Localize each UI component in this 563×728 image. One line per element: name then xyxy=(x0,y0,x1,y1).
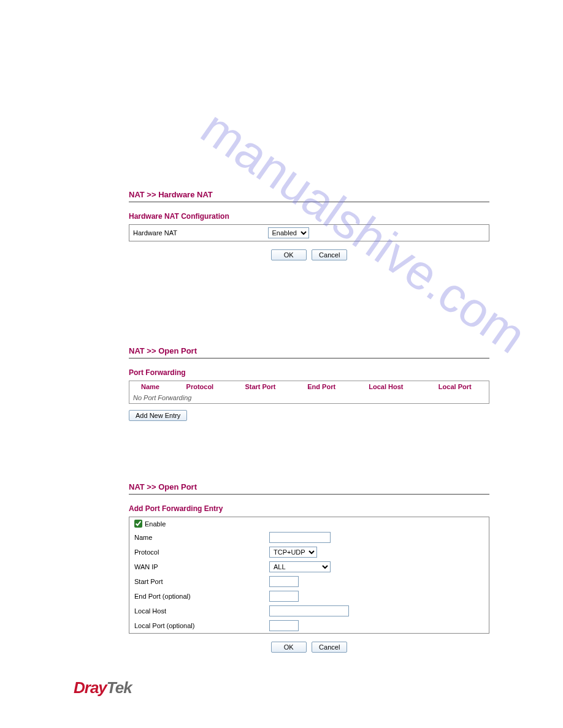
protocol-label: Protocol xyxy=(134,548,269,556)
cancel-button[interactable]: Cancel xyxy=(312,249,347,260)
col-local-port: Local Port xyxy=(421,381,489,393)
form-buttons: OK Cancel xyxy=(129,641,489,653)
document-page: NAT >> Hardware NAT Hardware NAT Configu… xyxy=(0,0,563,653)
draytek-logo: DrayTek xyxy=(74,678,132,697)
hw-nat-buttons: OK Cancel xyxy=(129,249,489,260)
add-port-form: Enable Name Protocol TCP+UDP WAN IP ALL … xyxy=(129,517,489,634)
col-name: Name xyxy=(129,381,172,393)
name-label: Name xyxy=(134,534,269,541)
port-forwarding-subtitle: Port Forwarding xyxy=(129,368,489,377)
end-port-input[interactable] xyxy=(269,591,299,602)
hardware-nat-label: Hardware NAT xyxy=(129,225,264,241)
wanip-select[interactable]: ALL xyxy=(269,561,331,572)
local-port-input[interactable] xyxy=(269,620,299,631)
add-port-forwarding-subtitle: Add Port Forwarding Entry xyxy=(129,504,489,513)
enable-checkbox[interactable] xyxy=(134,520,142,528)
hardware-nat-subtitle: Hardware NAT Configuration xyxy=(129,212,489,221)
hardware-nat-title: NAT >> Hardware NAT xyxy=(129,190,489,202)
end-port-label: End Port (optional) xyxy=(134,593,269,600)
open-port-title: NAT >> Open Port xyxy=(129,346,489,358)
start-port-label: Start Port xyxy=(134,578,269,585)
protocol-select[interactable]: TCP+UDP xyxy=(269,547,317,558)
no-port-forwarding: No Port Forwarding xyxy=(129,392,489,404)
logo-dray: Dray xyxy=(74,678,107,697)
col-start-port: Start Port xyxy=(229,381,293,393)
cancel-button-2[interactable]: Cancel xyxy=(312,642,347,653)
enable-label: Enable xyxy=(145,520,166,528)
wanip-label: WAN IP xyxy=(134,563,269,571)
add-new-entry-button[interactable]: Add New Entry xyxy=(129,410,187,421)
hardware-nat-table: Hardware NAT Enabled xyxy=(129,224,489,241)
local-host-input[interactable] xyxy=(269,605,349,616)
local-host-label: Local Host xyxy=(134,607,269,615)
port-forwarding-table: Name Protocol Start Port End Port Local … xyxy=(129,381,489,404)
local-port-label: Local Port (optional) xyxy=(134,622,269,629)
open-port-title-2: NAT >> Open Port xyxy=(129,482,489,495)
ok-button-2[interactable]: OK xyxy=(271,642,307,653)
logo-tek: Tek xyxy=(107,678,132,697)
hardware-nat-select[interactable]: Enabled xyxy=(268,227,309,238)
col-end-port: End Port xyxy=(292,381,351,393)
ok-button[interactable]: OK xyxy=(271,249,307,260)
name-input[interactable] xyxy=(269,532,331,543)
col-protocol: Protocol xyxy=(171,381,229,393)
col-local-host: Local Host xyxy=(351,381,421,393)
start-port-input[interactable] xyxy=(269,576,299,587)
